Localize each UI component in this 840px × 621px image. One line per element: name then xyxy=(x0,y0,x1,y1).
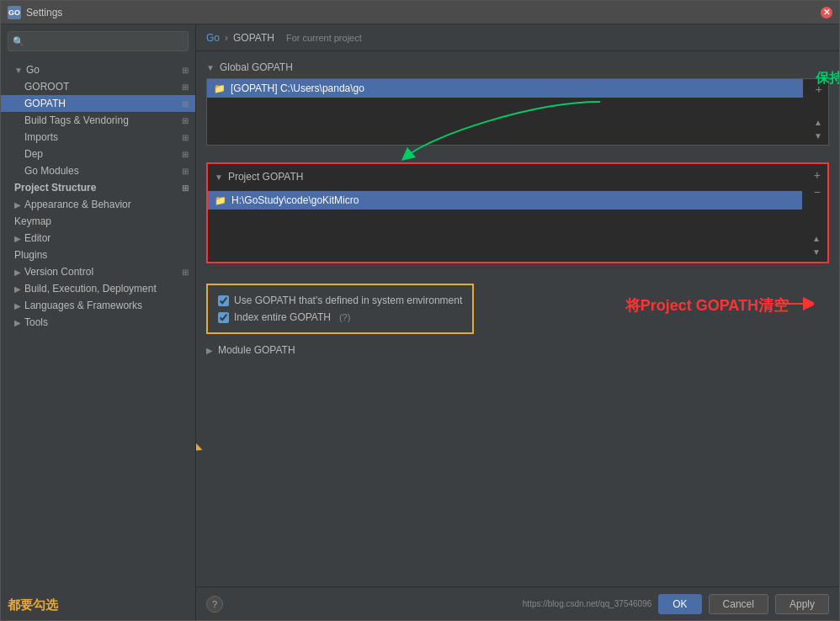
use-gopath-checkbox[interactable] xyxy=(218,295,229,306)
index-gopath-checkbox[interactable] xyxy=(218,312,229,323)
sidebar-item-build-tags[interactable]: Build Tags & Vendoring ⊞ xyxy=(1,112,195,129)
project-gopath-controls: + − xyxy=(811,167,824,199)
sidebar-item-goroot[interactable]: GOROOT ⊞ xyxy=(1,78,195,95)
project-gopath-title: Project GOPATH xyxy=(228,171,304,183)
folder-icon-global: 📁 xyxy=(214,83,226,94)
sidebar-item-dep-label: Dep xyxy=(24,148,43,160)
global-gopath-header: ▼ Global GOPATH xyxy=(206,61,829,73)
sidebar-item-appearance-label: Appearance & Behavior xyxy=(24,199,131,210)
sidebar-item-build-exec[interactable]: ▶ Build, Execution, Deployment xyxy=(1,280,195,297)
sidebar-item-tools[interactable]: ▶ Tools xyxy=(1,314,195,331)
sidebar-tree: ▼ Go ⊞ GOROOT ⊞ GOPATH ⊞ Build Tags & Ve… xyxy=(1,58,195,570)
sidebar-item-languages[interactable]: ▶ Languages & Frameworks xyxy=(1,297,195,314)
index-help-icon: (?) xyxy=(339,312,350,322)
search-box: 🔍 xyxy=(8,31,189,51)
sidebar-item-go[interactable]: ▼ Go ⊞ xyxy=(1,61,195,78)
sidebar-item-keymap[interactable]: Keymap xyxy=(1,213,195,230)
global-gopath-section: ▼ Global GOPATH 📁 [GOPATH] C:\Users\pand… xyxy=(206,61,829,146)
editor-arrow-icon: ▶ xyxy=(14,234,21,243)
project-gopath-item[interactable]: 📁 H:\GoStudy\code\goKitMicro xyxy=(208,191,802,210)
checkboxes-highlighted-box: Use GOPATH that's defined in system envi… xyxy=(206,284,474,334)
sidebar-item-appearance[interactable]: ▶ Appearance & Behavior xyxy=(1,196,195,213)
sidebar-item-dep[interactable]: Dep ⊞ xyxy=(1,146,195,162)
breadcrumb-current: GOPATH xyxy=(233,32,274,44)
breadcrumb-separator: › xyxy=(225,32,228,44)
annotation-keep-default: 保持默认设置 xyxy=(816,71,839,85)
global-up-btn[interactable]: ▲ xyxy=(811,117,826,129)
project-gopath-header: ▼ Project GOPATH xyxy=(208,164,802,186)
use-gopath-row: Use GOPATH that's defined in system envi… xyxy=(218,292,462,309)
search-icon: 🔍 xyxy=(13,36,24,47)
breadcrumb-link[interactable]: For current project xyxy=(286,33,362,43)
annotation-red-container: 将Project GOPATH清空 xyxy=(625,295,789,316)
project-remove-btn[interactable]: − xyxy=(811,184,824,199)
window-controls: ✕ xyxy=(821,7,832,19)
sidebar: 🔍 ▼ Go ⊞ GOROOT ⊞ GOPATH ⊞ xyxy=(1,24,196,620)
close-button[interactable]: ✕ xyxy=(821,7,832,19)
project-scroll-controls: ▲ ▼ xyxy=(809,233,824,258)
breadcrumb-parent: Go xyxy=(206,32,220,44)
gopath-page-icon: ⊞ xyxy=(182,99,189,109)
main-panel-wrapper: Go › GOPATH For current project ▼ Global… xyxy=(196,24,839,620)
module-gopath-title: Module GOPATH xyxy=(218,344,295,356)
project-structure-page-icon: ⊞ xyxy=(182,183,189,193)
window-title: Settings xyxy=(26,7,821,19)
cancel-button[interactable]: Cancel xyxy=(709,594,768,614)
global-down-btn[interactable]: ▼ xyxy=(811,130,826,142)
sidebar-item-gopath-label: GOPATH xyxy=(24,98,66,109)
module-gopath-arrow: ▶ xyxy=(206,346,213,355)
title-bar: GO Settings ✕ xyxy=(1,1,839,24)
index-gopath-row: Index entire GOPATH (?) xyxy=(218,309,462,326)
sidebar-item-project-structure-label: Project Structure xyxy=(14,182,96,194)
global-gopath-title: Global GOPATH xyxy=(220,61,293,73)
use-gopath-label: Use GOPATH that's defined in system envi… xyxy=(234,295,462,306)
sidebar-item-go-label: Go xyxy=(26,64,40,76)
go-arrow-icon: ▼ xyxy=(14,66,23,75)
project-gopath-path: H:\GoStudy\code\goKitMicro xyxy=(231,194,359,206)
sidebar-item-go-modules[interactable]: Go Modules ⊞ xyxy=(1,162,195,179)
panel-content: ▼ Global GOPATH 📁 [GOPATH] C:\Users\pand… xyxy=(196,51,839,586)
global-gopath-arrow: ▼ xyxy=(206,63,215,72)
goroot-page-icon: ⊞ xyxy=(182,82,189,92)
annotation-green-container: 保持默认设置 xyxy=(816,70,839,88)
sidebar-item-plugins[interactable]: Plugins xyxy=(1,247,195,263)
global-gopath-item[interactable]: 📁 [GOPATH] C:\Users\panda\go xyxy=(207,79,803,98)
build-tags-page-icon: ⊞ xyxy=(182,116,189,125)
annotation-clear-project: 将Project GOPATH清空 xyxy=(625,297,789,314)
sidebar-item-build-tags-label: Build Tags & Vendoring xyxy=(24,114,129,126)
dep-page-icon: ⊞ xyxy=(182,150,189,159)
project-up-btn[interactable]: ▲ xyxy=(809,233,824,245)
project-gopath-list: ▼ Project GOPATH 📁 H:\GoStudy\code\goKit… xyxy=(206,162,829,263)
version-control-arrow-icon: ▶ xyxy=(14,268,21,277)
search-input[interactable] xyxy=(8,31,189,51)
help-button[interactable]: ? xyxy=(206,596,223,613)
version-control-page-icon: ⊞ xyxy=(182,268,189,277)
folder-icon-project: 📁 xyxy=(215,195,226,206)
project-gopath-arrow: ▼ xyxy=(215,172,223,182)
sidebar-item-tools-label: Tools xyxy=(24,316,48,328)
sidebar-item-imports[interactable]: Imports ⊞ xyxy=(1,129,195,146)
languages-arrow-icon: ▶ xyxy=(14,301,21,310)
module-gopath-header: ▶ Module GOPATH xyxy=(206,344,829,356)
go-page-icon: ⊞ xyxy=(182,66,189,75)
tools-arrow-icon: ▶ xyxy=(14,318,21,327)
sidebar-item-project-structure[interactable]: Project Structure ⊞ xyxy=(1,179,195,196)
project-add-btn[interactable]: + xyxy=(811,167,824,183)
ok-button[interactable]: OK xyxy=(658,594,701,614)
apply-button[interactable]: Apply xyxy=(775,594,829,614)
go-modules-page-icon: ⊞ xyxy=(182,167,189,176)
sidebar-item-version-control-label: Version Control xyxy=(24,266,93,278)
appearance-arrow-icon: ▶ xyxy=(14,200,21,210)
sidebar-item-gopath[interactable]: GOPATH ⊞ xyxy=(1,95,195,112)
project-gopath-section: ▼ Project GOPATH 📁 H:\GoStudy\code\goKit… xyxy=(206,162,829,263)
sidebar-item-build-exec-label: Build, Execution, Deployment xyxy=(24,283,157,295)
global-gopath-path: [GOPATH] C:\Users\panda\go xyxy=(231,82,364,94)
sidebar-item-plugins-label: Plugins xyxy=(14,249,47,261)
annotation-check: 都要勾选 xyxy=(8,597,58,613)
footer: ? https://blog.csdn.net/qq_37546096 OK C… xyxy=(196,586,839,620)
sidebar-item-editor[interactable]: ▶ Editor xyxy=(1,230,195,247)
footer-right: https://blog.csdn.net/qq_37546096 OK Can… xyxy=(523,594,829,614)
imports-page-icon: ⊞ xyxy=(182,133,189,142)
project-down-btn[interactable]: ▼ xyxy=(809,247,824,258)
sidebar-item-version-control[interactable]: ▶ Version Control ⊞ xyxy=(1,263,195,280)
